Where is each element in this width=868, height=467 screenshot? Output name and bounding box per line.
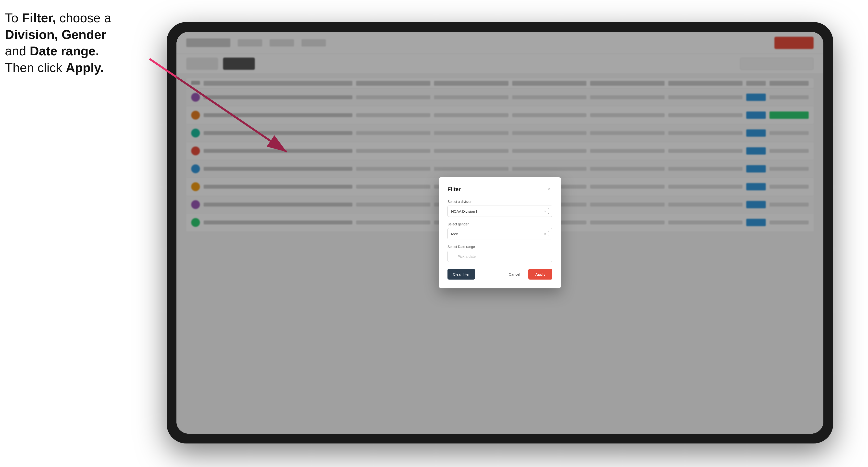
modal-header: Filter × [447, 186, 552, 193]
apply-button[interactable]: Apply [528, 269, 552, 280]
instruction-block: To Filter, choose a Division, Gender and… [5, 10, 147, 76]
date-form-group: Select Date range 📅 Pick a date [447, 245, 552, 262]
gender-label: Select gender [447, 222, 552, 226]
cancel-button[interactable]: Cancel [503, 269, 526, 280]
instruction-date-bold: Date range. [30, 44, 99, 58]
instruction-bold-line: Division, Gender [5, 27, 106, 42]
division-arrow-icon: ⌃⌄ [548, 208, 550, 214]
instruction-filter-word: Filter, [22, 11, 56, 25]
gender-form-group: Select gender Men × ⌃⌄ [447, 222, 552, 239]
date-placeholder: Pick a date [458, 254, 476, 258]
division-value: NCAA Division I [451, 209, 477, 213]
date-input[interactable]: Pick a date [447, 251, 552, 262]
division-form-group: Select a division NCAA Division I × ⌃⌄ [447, 200, 552, 217]
filter-modal: Filter × Select a division NCAA Division… [439, 177, 561, 288]
modal-overlay: Filter × Select a division NCAA Division… [177, 32, 824, 434]
gender-select-icons: × ⌃⌄ [544, 230, 550, 237]
division-select[interactable]: NCAA Division I × ⌃⌄ [447, 206, 552, 217]
division-clear-icon[interactable]: × [544, 210, 546, 213]
gender-arrow-icon: ⌃⌄ [548, 230, 550, 237]
clear-filter-button[interactable]: Clear filter [447, 269, 475, 280]
division-label: Select a division [447, 200, 552, 204]
instruction-apply-bold: Apply. [66, 61, 104, 75]
modal-footer-right: Cancel Apply [503, 269, 552, 280]
date-input-wrapper: 📅 Pick a date [447, 251, 552, 262]
gender-value: Men [451, 232, 458, 236]
tablet-screen: Filter × Select a division NCAA Division… [177, 32, 824, 434]
date-label: Select Date range [447, 245, 552, 249]
modal-footer: Clear filter Cancel Apply [447, 269, 552, 280]
gender-clear-icon[interactable]: × [544, 232, 546, 236]
modal-close-button[interactable]: × [546, 186, 552, 193]
gender-select[interactable]: Men × ⌃⌄ [447, 228, 552, 239]
division-select-icons: × ⌃⌄ [544, 208, 550, 214]
tablet-device: Filter × Select a division NCAA Division… [167, 22, 833, 443]
modal-title: Filter [447, 186, 461, 193]
